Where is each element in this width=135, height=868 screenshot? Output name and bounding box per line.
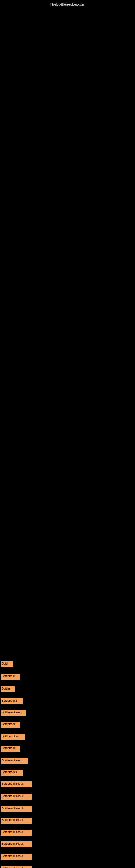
bottleneck-result-item: Bottleneck result: [1, 830, 32, 836]
bottleneck-result-item: Bottl: [1, 661, 13, 667]
bottleneck-result-item: Bottleneck result: [1, 806, 32, 812]
bottleneck-result-item: Bottleneck result: [1, 841, 32, 847]
bottleneck-result-item: Bottleneck result: [1, 817, 32, 824]
bottleneck-result-item: Bottleneck result: [1, 866, 32, 868]
bottleneck-result-item: Bottleneck r: [1, 770, 23, 776]
site-title: TheBottlenecker.com: [50, 2, 85, 6]
bottleneck-result-item: Bottleneck resu: [1, 758, 28, 764]
bottleneck-result-item: Bottleneck r: [1, 699, 23, 705]
bottleneck-result-item: Bottleneck: [1, 722, 20, 728]
bottleneck-result-item: Bottler: [1, 686, 14, 692]
bottleneck-result-item: Bottleneck result: [1, 781, 32, 787]
bottleneck-result-item: Bottleneck result: [1, 854, 32, 860]
bottleneck-result-item: Bottleneck: [1, 674, 20, 680]
bottleneck-result-item: Bottleneck: [1, 746, 20, 752]
bottleneck-result-item: Bottleneck re: [1, 734, 25, 740]
bottleneck-result-item: Bottleneck res: [1, 710, 26, 716]
bottleneck-result-item: Bottleneck result: [1, 794, 32, 800]
